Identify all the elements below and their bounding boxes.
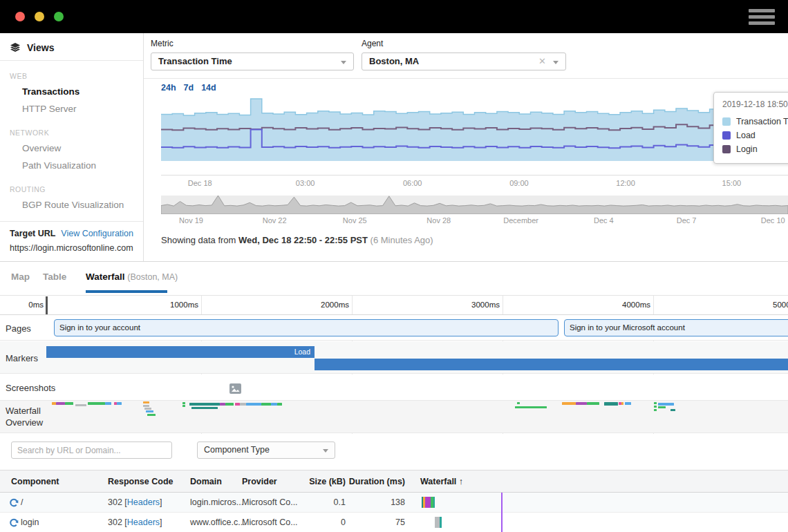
col-duration[interactable]: Duration (ms) — [343, 477, 405, 486]
timeline-overview-chart[interactable] — [161, 196, 788, 214]
col-component[interactable]: Component — [11, 477, 59, 486]
sidebar-item-transactions[interactable]: Transactions — [0, 83, 143, 100]
agent-select[interactable]: Boston, MA ✕ — [362, 53, 566, 70]
metric-value: Transaction Time — [158, 56, 232, 66]
tab-map[interactable]: Map — [11, 272, 30, 282]
cell-response-code: 302 [Headers] — [108, 497, 162, 507]
target-url-label: Target URL — [10, 229, 55, 238]
overview-segment — [654, 402, 657, 404]
overview-segment — [117, 402, 122, 405]
col-provider[interactable]: Provider — [242, 477, 277, 486]
waterfall-overview-label-line1: Waterfall — [6, 406, 41, 416]
marker-bar[interactable] — [315, 359, 788, 370]
table-row[interactable]: login302 [Headers]www.office.c...Microso… — [0, 513, 788, 532]
waterfall-mini-segment — [435, 517, 440, 528]
cell-provider: Microsoft Co... — [242, 517, 298, 527]
scale-label: 2000ms — [294, 301, 349, 309]
component-table-body: /302 [Headers]login.micros...Microsoft C… — [0, 493, 788, 532]
screenshots-row: Screenshots — [0, 374, 788, 401]
overview-segment — [144, 408, 151, 410]
component-table-header: Component Response Code Domain Provider … — [0, 470, 788, 493]
col-response-code[interactable]: Response Code — [108, 477, 173, 486]
view-configuration-link[interactable]: View Configuration — [61, 229, 133, 238]
waterfall-mini-segment — [425, 497, 431, 508]
redirect-icon — [9, 518, 19, 528]
col-domain[interactable]: Domain — [190, 477, 222, 486]
cell-domain: www.office.c... — [190, 517, 245, 527]
time-range-links: 24h 7d 14d — [161, 83, 216, 93]
menu-icon[interactable] — [749, 9, 775, 25]
legend-swatch-load — [722, 131, 731, 140]
overview-segment — [277, 403, 282, 406]
marker-bar[interactable]: Load — [46, 346, 315, 358]
overview-segment — [75, 404, 86, 406]
overview-segment — [654, 409, 657, 411]
page-bar[interactable]: Sign in to your account — [54, 319, 559, 336]
col-size[interactable]: Size (kB) — [297, 477, 346, 486]
overview-segment — [182, 402, 185, 404]
search-input[interactable] — [11, 441, 172, 459]
tab-waterfall[interactable]: Waterfall (Boston, MA) — [86, 272, 178, 282]
sidebar-item-path-visualization[interactable]: Path Visualization — [0, 157, 143, 174]
overview-segment — [625, 402, 631, 405]
cell-duration: 138 — [350, 497, 405, 507]
scale-label: 0ms — [0, 301, 44, 309]
time-range-24h[interactable]: 24h — [161, 83, 176, 93]
overview-segment — [246, 403, 261, 406]
overview-segment — [146, 410, 153, 412]
component-type-select[interactable]: Component Type — [197, 441, 335, 459]
headers-link[interactable]: Headers — [127, 497, 160, 507]
overview-segment — [271, 403, 277, 406]
zoom-window-icon[interactable] — [54, 12, 64, 21]
overview-segment — [658, 403, 674, 406]
overview-segment — [604, 402, 618, 406]
nav-section-network: NETWORK — [0, 117, 143, 140]
status-text: Showing data from Wed, Dec 18 22:50 - 22… — [161, 235, 433, 245]
overview-segment — [658, 406, 666, 408]
cell-domain: login.micros... — [190, 497, 243, 507]
transaction-time-chart[interactable] — [161, 95, 788, 161]
sidebar-item-bgp-route-visualization[interactable]: BGP Route Visualization — [0, 196, 143, 213]
sidebar-item-overview[interactable]: Overview — [0, 140, 143, 157]
page-boundary-line — [501, 493, 503, 532]
time-range-7d[interactable]: 7d — [184, 83, 194, 93]
component-type-value: Component Type — [204, 445, 270, 455]
overview-segment — [105, 402, 111, 405]
minimize-window-icon[interactable] — [35, 12, 44, 21]
redirect-icon — [9, 498, 19, 508]
overview-segment — [240, 403, 246, 406]
cell-size: 0 — [297, 517, 346, 527]
view-tabs: Map Table Waterfall (Boston, MA) — [0, 262, 788, 296]
overview-axis-label: Nov 19 — [179, 216, 203, 225]
waterfall-time-scale: 0ms1000ms2000ms3000ms4000ms5000ms — [0, 296, 788, 315]
headers-link[interactable]: Headers — [127, 517, 160, 527]
page-bar[interactable]: Sign in to your Microsoft account — [564, 319, 788, 336]
overview-segment — [562, 402, 576, 405]
screenshot-thumbnail-icon[interactable] — [229, 383, 241, 394]
overview-segment — [56, 402, 65, 405]
legend-label: Login — [736, 144, 758, 154]
overview-axis-label: December — [503, 216, 538, 225]
clear-agent-icon[interactable]: ✕ — [538, 53, 546, 70]
tab-table[interactable]: Table — [43, 272, 66, 282]
chevron-down-icon — [553, 61, 559, 64]
overview-segment — [587, 402, 599, 405]
waterfall-panel: 0ms1000ms2000ms3000ms4000ms5000ms Pages … — [0, 296, 788, 434]
close-window-icon[interactable] — [15, 12, 25, 21]
legend-swatch-login — [722, 145, 731, 153]
overview-segment — [147, 414, 156, 416]
markers-row: Markers Load — [0, 341, 788, 374]
table-row[interactable]: /302 [Headers]login.micros...Microsoft C… — [0, 493, 788, 513]
col-waterfall-sorted[interactable]: Waterfall ↑ — [420, 477, 463, 486]
overview-segment — [182, 405, 185, 407]
legend-swatch-transaction-time — [722, 117, 731, 126]
sidebar: Views WEB Transactions HTTP Server NETWO… — [0, 33, 144, 261]
metric-select[interactable]: Transaction Time — [151, 53, 354, 70]
time-range-14d[interactable]: 14d — [201, 83, 216, 93]
sidebar-item-http-server[interactable]: HTTP Server — [0, 100, 143, 117]
x-axis-label: 06:00 — [403, 179, 422, 187]
cell-duration: 75 — [350, 517, 405, 527]
waterfall-overview-row: Waterfall Overview — [0, 401, 788, 433]
scale-label: 1000ms — [143, 301, 198, 309]
waterfall-overview-label-line2: Overview — [6, 417, 43, 428]
